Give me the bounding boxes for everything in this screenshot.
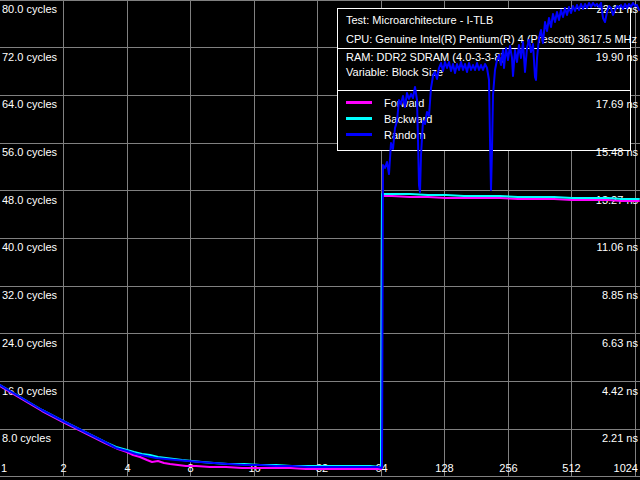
chart-canvas: Test: Microarchitecture - I-TLB CPU: Gen…: [0, 0, 640, 480]
axis-tick-label: 8.0 cycles: [2, 432, 51, 444]
axis-tick-label: 128: [435, 462, 453, 474]
axis-tick-label: 32.0 cycles: [2, 289, 58, 301]
axis-tick-label: 6.63 ns: [602, 337, 639, 349]
axis-tick-label: 56.0 cycles: [2, 146, 58, 158]
axis-tick-label: 11.06 ns: [597, 241, 639, 253]
axis-tick-label: 17.69 ns: [596, 98, 639, 110]
axis-tick-label: 8: [187, 462, 193, 474]
axis-tick-label: 4.42 ns: [602, 385, 639, 397]
legend-box: [338, 91, 631, 151]
axis-tick-label: 8.85 ns: [602, 289, 639, 301]
info-test-line: Test: Microarchitecture - I-TLB: [346, 14, 493, 26]
axis-tick-label: 15.48 ns: [596, 146, 639, 158]
axis-tick-label: 64.0 cycles: [2, 98, 58, 110]
axis-tick-label: 72.0 cycles: [2, 51, 58, 63]
axis-tick-label: 19.90 ns: [596, 51, 639, 63]
axis-tick-label: 40.0 cycles: [2, 241, 58, 253]
axis-tick-label: 48.0 cycles: [2, 194, 58, 206]
axis-tick-label: 1024: [614, 462, 638, 474]
info-cpu-line: CPU: Genuine Intel(R) Pentium(R) 4 (Pres…: [346, 33, 637, 45]
benchmark-plot: Test: Microarchitecture - I-TLB CPU: Gen…: [0, 0, 640, 480]
info-variable-line: Variable: Block Size: [346, 66, 443, 78]
info-ram-line: RAM: DDR2 SDRAM (4.0-3-3-8): [346, 51, 504, 63]
legend: Forward Backward Random: [346, 97, 432, 141]
axis-tick-label: 2.21 ns: [602, 432, 639, 444]
axis-tick-label: 24.0 cycles: [2, 337, 58, 349]
axis-tick-label: 512: [562, 462, 580, 474]
axis-tick-label: 256: [499, 462, 517, 474]
axis-tick-label: 1: [1, 462, 7, 474]
axis-tick-label: 4: [124, 462, 130, 474]
legend-label-random: Random: [384, 129, 426, 141]
axis-tick-label: 2: [60, 462, 66, 474]
axis-tick-label: 80.0 cycles: [2, 3, 58, 15]
